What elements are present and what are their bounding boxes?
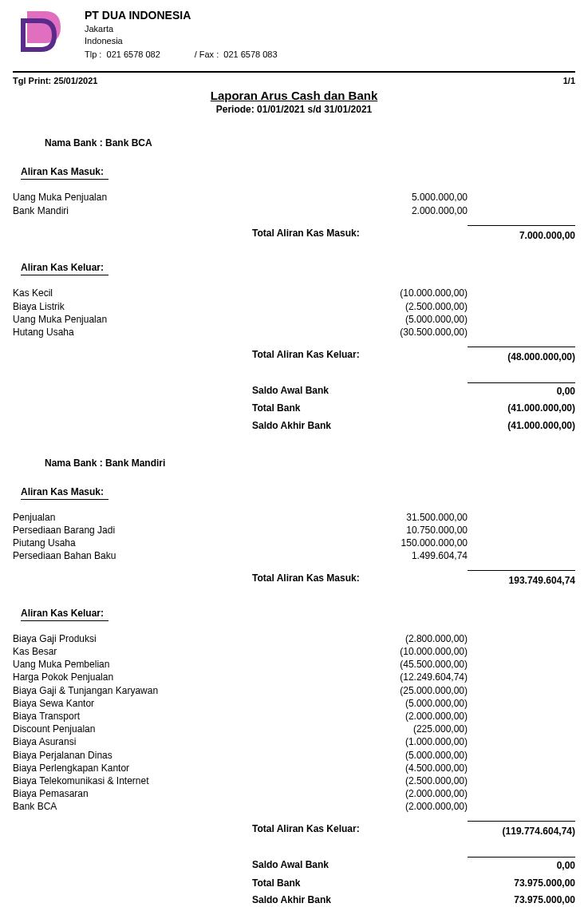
row-amount: (225.000,00) [348, 723, 468, 735]
inflow-row: Penjualan31.500.000,00 [13, 511, 575, 524]
total-inflow-row: Total Aliran Kas Masuk:7.000.000,00 [13, 225, 575, 245]
bank-name: Nama Bank : Bank Mandiri [45, 457, 575, 469]
row-label: Biaya Transport [13, 710, 348, 723]
end-balance-label: Saldo Akhir Bank [252, 892, 468, 909]
company-name: PT DUA INDONESIA [85, 8, 278, 23]
report-period: Periode: 01/01/2021 s/d 31/01/2021 [13, 104, 575, 115]
total-outflow-amount: (119.774.604,74) [468, 821, 575, 841]
row-amount: (30.500.000,00) [348, 326, 468, 339]
row-amount: 5.000.000,00 [348, 191, 468, 204]
row-label: Biaya Perlengkapan Kantor [13, 762, 348, 774]
row-label: Biaya Listrik [13, 300, 348, 313]
outflow-header: Aliran Kas Keluar: [21, 608, 109, 621]
total-bank-label: Total Bank [252, 875, 468, 893]
row-amount: (10.000.000,00) [348, 287, 468, 299]
row-label: Persediaan Barang Jadi [13, 524, 348, 537]
row-label: Kas Kecil [13, 287, 348, 299]
inflow-row: Uang Muka Penjualan5.000.000,00 [13, 191, 575, 204]
outflow-row: Biaya Gaji & Tunjangan Karyawan(25.000.0… [13, 684, 575, 697]
row-amount: 2.000.000,00 [348, 204, 468, 217]
outflow-row: Bank BCA(2.000.000,00) [13, 800, 575, 813]
inflow-row: Persediaan Bahan Baku1.499.604,74 [13, 549, 575, 562]
row-label: Uang Muka Pembelian [13, 658, 348, 671]
end-balance-amount: 73.975.000,00 [468, 892, 575, 909]
row-amount: (5.000.000,00) [348, 749, 468, 762]
company-contact: Tlp : 021 6578 082 / Fax : 021 6578 083 [85, 49, 278, 61]
total-bank-amount: 73.975.000,00 [468, 875, 575, 893]
company-logo-icon [21, 10, 65, 53]
end-balance-row: Saldo Akhir Bank73.975.000,00 [13, 892, 575, 909]
begin-balance-row: Saldo Awal Bank0,00 [13, 382, 575, 401]
outflow-row: Biaya Perlengkapan Kantor(4.500.000,00) [13, 762, 575, 774]
inflow-header: Aliran Kas Masuk: [21, 166, 109, 180]
document-header: PT DUA INDONESIA Jakarta Indonesia Tlp :… [13, 10, 575, 66]
divider [13, 71, 575, 73]
row-amount: 31.500.000,00 [348, 511, 468, 524]
row-amount: 1.499.604,74 [348, 549, 468, 562]
end-balance-label: Saldo Akhir Bank [252, 418, 468, 435]
outflow-row: Kas Besar(10.000.000,00) [13, 645, 575, 658]
meta-row: Tgl Print: 25/01/2021 1/1 [13, 76, 575, 85]
outflow-row: Biaya Asuransi(1.000.000,00) [13, 735, 575, 748]
row-label: Penjualan [13, 511, 348, 524]
row-label: Piutang Usaha [13, 537, 348, 549]
row-label: Biaya Sewa Kantor [13, 697, 348, 710]
total-outflow-row: Total Aliran Kas Keluar:(48.000.000,00) [13, 347, 575, 366]
inflow-row: Persediaan Barang Jadi10.750.000,00 [13, 524, 575, 537]
total-bank-label: Total Bank [252, 400, 468, 418]
outflow-row: Uang Muka Penjualan(5.000.000,00) [13, 313, 575, 326]
row-amount: (1.000.000,00) [348, 735, 468, 748]
row-amount: (12.249.604,74) [348, 671, 468, 683]
outflow-row: Harga Pokok Penjualan(12.249.604,74) [13, 671, 575, 683]
outflow-row: Discount Penjualan(225.000,00) [13, 723, 575, 735]
row-label: Persediaan Bahan Baku [13, 549, 348, 562]
outflow-row: Biaya Sewa Kantor(5.000.000,00) [13, 697, 575, 710]
total-inflow-row: Total Aliran Kas Masuk:193.749.604,74 [13, 570, 575, 590]
company-city: Jakarta [85, 23, 278, 35]
outflow-row: Uang Muka Pembelian(45.500.000,00) [13, 658, 575, 671]
inflow-row: Piutang Usaha150.000.000,00 [13, 537, 575, 549]
bank-section: Nama Bank : Bank BCAAliran Kas Masuk:Uan… [13, 137, 575, 434]
row-amount: (2.500.000,00) [348, 774, 468, 787]
total-outflow-amount: (48.000.000,00) [468, 347, 575, 366]
row-label: Bank BCA [13, 800, 348, 813]
outflow-row: Biaya Listrik(2.500.000,00) [13, 300, 575, 313]
row-label: Biaya Gaji & Tunjangan Karyawan [13, 684, 348, 697]
end-balance-row: Saldo Akhir Bank(41.000.000,00) [13, 418, 575, 435]
row-amount: (2.800.000,00) [348, 632, 468, 645]
row-label: Biaya Gaji Produksi [13, 632, 348, 645]
company-info: PT DUA INDONESIA Jakarta Indonesia Tlp :… [85, 8, 278, 60]
outflow-header: Aliran Kas Keluar: [21, 262, 109, 275]
row-label: Uang Muka Penjualan [13, 313, 348, 326]
begin-balance-label: Saldo Awal Bank [252, 382, 468, 401]
row-label: Biaya Asuransi [13, 735, 348, 748]
row-amount: (10.000.000,00) [348, 645, 468, 658]
row-label: Uang Muka Penjualan [13, 191, 348, 204]
row-amount: (45.500.000,00) [348, 658, 468, 671]
begin-balance-amount: 0,00 [468, 382, 575, 401]
total-outflow-row: Total Aliran Kas Keluar:(119.774.604,74) [13, 821, 575, 841]
total-bank-row: Total Bank(41.000.000,00) [13, 400, 575, 418]
row-amount: (2.000.000,00) [348, 800, 468, 813]
row-label: Harga Pokok Penjualan [13, 671, 348, 683]
outflow-row: Biaya Perjalanan Dinas(5.000.000,00) [13, 749, 575, 762]
outflow-row: Kas Kecil(10.000.000,00) [13, 287, 575, 299]
row-amount: 10.750.000,00 [348, 524, 468, 537]
row-amount: (2.000.000,00) [348, 710, 468, 723]
begin-balance-amount: 0,00 [468, 857, 575, 875]
bank-section: Nama Bank : Bank MandiriAliran Kas Masuk… [13, 457, 575, 909]
row-label: Biaya Telekomunikasi & Internet [13, 774, 348, 787]
print-date: Tgl Print: 25/01/2021 [13, 76, 97, 85]
total-outflow-label: Total Aliran Kas Keluar: [252, 821, 468, 841]
outflow-row: Biaya Pemasaran(2.000.000,00) [13, 787, 575, 800]
row-amount: (25.000.000,00) [348, 684, 468, 697]
bank-name: Nama Bank : Bank BCA [45, 137, 575, 149]
end-balance-amount: (41.000.000,00) [468, 418, 575, 435]
page-number: 1/1 [563, 76, 575, 85]
total-bank-row: Total Bank73.975.000,00 [13, 875, 575, 893]
row-label: Bank Mandiri [13, 204, 348, 217]
row-amount: (5.000.000,00) [348, 313, 468, 326]
outflow-row: Biaya Gaji Produksi(2.800.000,00) [13, 632, 575, 645]
total-inflow-label: Total Aliran Kas Masuk: [252, 570, 468, 590]
begin-balance-label: Saldo Awal Bank [252, 857, 468, 875]
